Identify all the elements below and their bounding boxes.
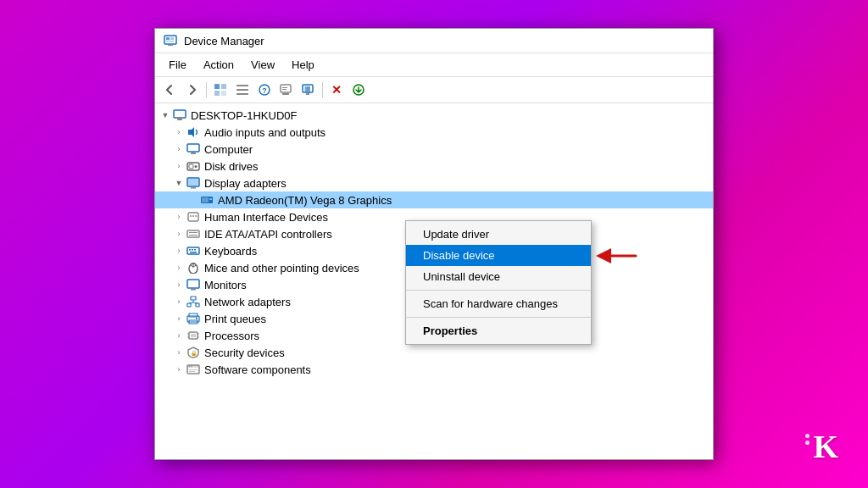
remove-button[interactable]: ✕ (326, 80, 347, 99)
chevron-right-icon: › (172, 128, 186, 136)
amd-radeon-label: AMD Radeon(TM) Vega 8 Graphics (218, 194, 392, 207)
svg-rect-43 (189, 235, 198, 236)
svg-rect-41 (187, 230, 199, 237)
svg-rect-7 (214, 91, 220, 96)
svg-rect-9 (236, 85, 248, 86)
chevron-right-icon: › (172, 280, 186, 289)
window-title: Device Manager (184, 35, 264, 47)
audio-label: Audio inputs and outputs (204, 126, 326, 139)
svg-rect-29 (189, 164, 193, 169)
chevron-right-icon: › (172, 145, 186, 153)
watermark-area: K (805, 430, 838, 463)
scan-button[interactable] (276, 80, 297, 99)
ide-icon (186, 227, 201, 241)
tree-root[interactable]: ▼ DESKTOP-1HKUD0F (155, 107, 713, 124)
forward-button[interactable] (182, 80, 203, 99)
svg-rect-3 (166, 41, 174, 42)
ctx-disable-device[interactable]: Disable device (406, 245, 591, 266)
list-button[interactable] (232, 80, 253, 99)
svg-rect-23 (177, 119, 182, 120)
view-button[interactable] (210, 80, 231, 99)
mice-label: Mice and other pointing devices (204, 262, 359, 274)
tree-item-disk[interactable]: › Disk drives (155, 158, 713, 175)
tree-item-security[interactable]: › 🔒 Security devices (155, 344, 713, 361)
svg-rect-47 (194, 249, 196, 251)
tree-item-computer[interactable]: › Computer (155, 141, 713, 158)
svg-point-73 (189, 366, 191, 368)
back-button[interactable] (160, 80, 181, 99)
hid-label: Human Interface Devices (204, 211, 328, 224)
svg-rect-17 (282, 89, 287, 90)
svg-rect-55 (187, 303, 191, 307)
svg-rect-24 (175, 118, 184, 119)
svg-point-74 (191, 366, 192, 368)
ctx-properties[interactable]: Properties (406, 320, 591, 341)
keyboards-label: Keyboards (204, 245, 257, 258)
svg-rect-10 (236, 89, 248, 91)
svg-line-59 (193, 302, 198, 303)
svg-rect-4 (168, 45, 173, 46)
svg-point-40 (195, 215, 197, 217)
main-content: ▼ DESKTOP-1HKUD0F › (155, 103, 713, 459)
svg-rect-33 (191, 187, 196, 189)
menu-file[interactable]: File (162, 56, 193, 74)
svg-rect-11 (236, 93, 248, 95)
chevron-right-icon: › (172, 230, 186, 238)
disk-icon (186, 159, 201, 173)
dot-2 (805, 441, 810, 445)
tree-item-display-adapters[interactable]: ▼ Display adapters (155, 175, 713, 191)
svg-rect-75 (189, 369, 198, 370)
svg-rect-8 (221, 91, 226, 96)
tree-item-audio[interactable]: › Audio inputs and outputs (155, 124, 713, 141)
window-icon (164, 34, 177, 47)
display-card-icon (199, 193, 214, 207)
download-button[interactable] (348, 80, 369, 99)
menu-bar: File Action View Help (155, 53, 713, 77)
help-button[interactable]: ? (254, 80, 275, 99)
svg-line-58 (189, 302, 193, 303)
menu-view[interactable]: View (244, 56, 281, 74)
svg-rect-36 (209, 198, 212, 200)
svg-rect-16 (282, 87, 287, 88)
chevron-right-icon: › (172, 297, 186, 306)
svg-marker-25 (188, 127, 194, 137)
tree-item-software[interactable]: › Software components (155, 361, 713, 378)
tree-item-amd-radeon[interactable]: AMD Radeon(TM) Vega 8 Graphics (155, 191, 713, 208)
monitors-label: Monitors (204, 279, 247, 291)
toolbar-sep-1 (206, 82, 207, 97)
toolbar: ? ▦ ✕ (155, 77, 713, 103)
svg-point-39 (192, 215, 194, 217)
svg-point-30 (195, 165, 198, 168)
chevron-right-icon: › (172, 348, 186, 357)
ctx-uninstall-device[interactable]: Uninstall device (406, 266, 591, 287)
ctx-update-driver[interactable]: Update driver (406, 224, 591, 245)
security-label: Security devices (204, 347, 285, 359)
audio-icon (186, 125, 201, 139)
mouse-icon (186, 261, 201, 274)
network-icon (186, 295, 201, 308)
svg-rect-76 (189, 371, 195, 372)
watermark-k: K (813, 430, 838, 463)
menu-help[interactable]: Help (285, 56, 321, 74)
software-label: Software components (204, 363, 311, 376)
svg-rect-52 (187, 280, 199, 288)
ctx-scan-changes[interactable]: Scan for hardware changes (406, 293, 591, 314)
monitor-icon (186, 278, 201, 291)
chevron-right-icon: › (172, 162, 186, 170)
print-icon (186, 312, 201, 325)
ide-label: IDE ATA/ATAPI controllers (204, 228, 332, 241)
ctx-sep-2 (406, 317, 591, 318)
ctx-sep-1 (406, 290, 591, 291)
chevron-down-icon: ▼ (172, 179, 186, 187)
svg-rect-5 (214, 84, 220, 89)
cpu-icon (186, 329, 201, 342)
svg-rect-20 (306, 93, 309, 95)
menu-action[interactable]: Action (197, 56, 241, 74)
update-button[interactable]: ▦ (298, 80, 319, 99)
red-arrow (595, 244, 637, 268)
svg-rect-44 (187, 247, 199, 254)
keyboard-icon (186, 244, 201, 258)
svg-text:▦: ▦ (304, 85, 311, 92)
desktop-icon (172, 108, 187, 122)
dot-1 (805, 434, 810, 438)
